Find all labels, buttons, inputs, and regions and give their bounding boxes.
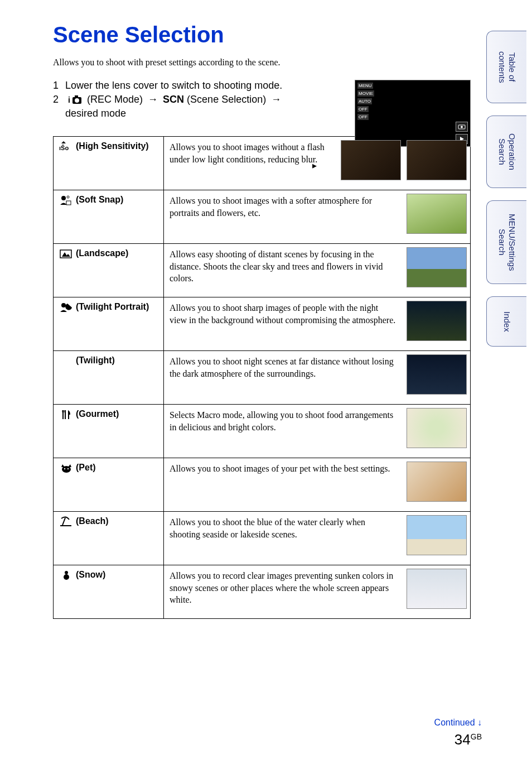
table-row: (Soft Snap) Allows you to shoot images w…: [54, 190, 471, 244]
svg-text:i: i: [68, 95, 70, 104]
mode-name-label: (Soft Snap): [76, 195, 123, 205]
svg-point-21: [64, 468, 65, 469]
scene-selection-label: (Scene Selection): [187, 94, 266, 105]
modes-table: ıŜo (High Sensitivity) Allows you to sho…: [53, 136, 471, 619]
lcd-movie-label: MOVIE: [357, 90, 374, 97]
svg-point-9: [61, 196, 66, 200]
sample-image: [407, 515, 467, 555]
svg-point-15: [61, 303, 66, 307]
svg-point-5: [461, 126, 463, 128]
table-row: (Twilight Portrait) Allows you to shoot …: [54, 297, 471, 351]
svg-marker-8: [61, 141, 66, 143]
tab-operation-search[interactable]: Operation Search: [486, 116, 526, 188]
svg-marker-20: [68, 464, 71, 467]
tab-menu-settings-search[interactable]: MENU/Settings Search: [486, 200, 526, 284]
sample-image: [407, 569, 467, 609]
landscape-icon: [59, 248, 74, 260]
lcd-off-label: OFF: [357, 106, 369, 112]
arrow-right-icon: →: [271, 94, 281, 105]
page-title: Scene Selection: [53, 22, 471, 47]
lcd-off2-label: OFF: [357, 114, 369, 120]
arrow-right-icon: →: [148, 94, 158, 105]
pet-icon: [59, 463, 74, 474]
svg-point-25: [65, 571, 68, 574]
arrow-right-icon: ▸: [312, 160, 317, 171]
mode-name-label: (Twilight Portrait): [76, 302, 149, 312]
sample-image: [341, 140, 401, 180]
mode-name-label: (Snow): [76, 570, 105, 580]
mode-name-label: (Twilight): [76, 355, 115, 366]
sample-image: [407, 408, 467, 448]
mode-name-label: (Pet): [76, 463, 96, 473]
step-number: 1: [53, 80, 65, 92]
sample-image: [407, 194, 467, 234]
svg-point-26: [64, 574, 69, 580]
scn-icon: SCN: [163, 94, 184, 105]
side-nav-tabs: Table of contents Operation Search MENU/…: [486, 31, 526, 347]
page-number: 34GB: [434, 731, 482, 748]
mode-name-label: (Gourmet): [76, 409, 119, 419]
step-number: 2: [53, 94, 65, 105]
mode-name-label: (Beach): [76, 516, 109, 526]
sample-image: [407, 462, 467, 502]
table-row: (Gourmet) Selects Macro mode, allowing y…: [54, 405, 471, 458]
sample-image: [407, 140, 467, 180]
iso-icon: ıŜo: [59, 141, 74, 152]
svg-line-23: [62, 518, 65, 525]
mode-name-label: (Landscape): [76, 248, 128, 258]
table-row: ıŜo (High Sensitivity) Allows you to sho…: [54, 137, 471, 190]
arrow-down-icon: ↓: [477, 718, 482, 727]
table-row: (Snow) Allows you to record clear images…: [54, 565, 471, 619]
svg-point-22: [67, 468, 69, 469]
lcd-auto-label: AUTO: [357, 98, 372, 104]
svg-marker-19: [61, 464, 65, 467]
svg-point-10: [67, 196, 69, 198]
camera-i-icon: i: [67, 95, 83, 105]
svg-rect-2: [75, 95, 78, 98]
gourmet-icon: [59, 409, 74, 420]
tab-index[interactable]: Index: [486, 296, 526, 347]
snow-icon: [59, 570, 74, 581]
rec-mode-label: (REC Mode): [87, 94, 143, 105]
intro-text: Allows you to shoot with preset settings…: [53, 57, 471, 68]
lcd-mode-icon: [456, 122, 468, 132]
continued-label: Continued ↓: [434, 718, 482, 728]
table-row: (Beach) Allows you to shoot the blue of …: [54, 512, 471, 565]
soft-snap-icon: [59, 195, 74, 206]
sample-image: [407, 247, 467, 287]
tab-table-of-contents[interactable]: Table of contents: [486, 31, 526, 103]
table-row: (Pet) Allows you to shoot images of your…: [54, 458, 471, 512]
table-row: (Twilight) Allows you to shoot night sce…: [54, 351, 471, 405]
svg-rect-11: [66, 201, 71, 205]
svg-text:ıŜo: ıŜo: [59, 145, 69, 151]
twilight-icon: [59, 355, 74, 367]
sample-image: [407, 301, 467, 341]
table-row: (Landscape) Allows easy shooting of dist…: [54, 244, 471, 297]
sample-image: [407, 354, 467, 395]
twilight-portrait-icon: [59, 302, 74, 313]
beach-icon: [59, 516, 74, 527]
steps-section: 1 Lower the lens cover to switch to shoo…: [53, 80, 471, 119]
lcd-menu-label: MENU: [357, 83, 373, 89]
mode-name-label: (High Sensitivity): [76, 141, 149, 151]
svg-point-3: [75, 98, 79, 103]
